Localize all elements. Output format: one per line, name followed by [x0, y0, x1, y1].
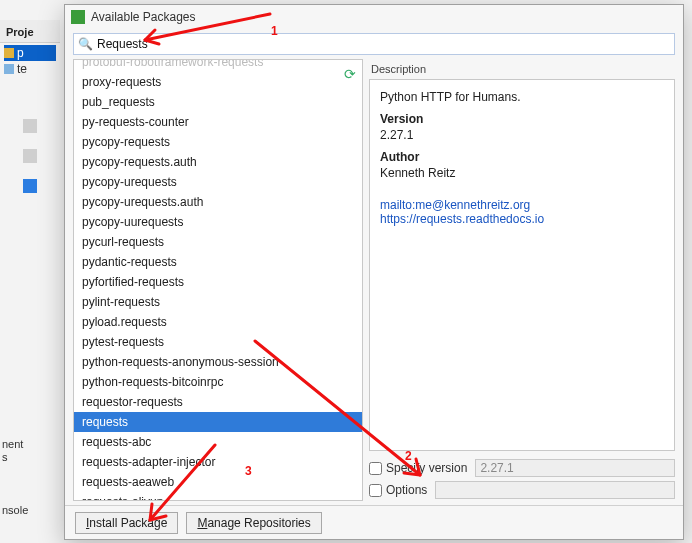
project-tree-item[interactable]: te — [4, 61, 56, 77]
description-panel: Python HTTP for Humans. Version 2.27.1 A… — [369, 79, 675, 451]
package-list-item[interactable]: pycopy-requests — [74, 132, 362, 152]
project-tree-item[interactable]: p — [4, 45, 56, 61]
search-field[interactable]: 🔍 — [73, 33, 675, 55]
install-options: Specify version Options — [369, 457, 675, 501]
package-list-item[interactable]: requests-aeaweb — [74, 472, 362, 492]
package-list-item[interactable]: pycopy-requests.auth — [74, 152, 362, 172]
options-checkbox[interactable]: Options — [369, 483, 427, 497]
settings-stub-text: nent s — [2, 438, 23, 464]
package-list-item[interactable]: pydantic-requests — [74, 252, 362, 272]
package-list-item[interactable]: proxy-requests — [74, 72, 362, 92]
package-list-item[interactable]: pycopy-urequests — [74, 172, 362, 192]
description-header: Description — [369, 59, 675, 79]
package-list-item[interactable]: pycopy-urequests.auth — [74, 192, 362, 212]
project-sidebar: Proje p te nent s nsole — [0, 20, 60, 520]
package-list: ⟳ protobuf-robotframework-requestsproxy-… — [73, 59, 363, 501]
version-label: Version — [380, 112, 664, 126]
author-value: Kenneth Reitz — [380, 166, 664, 180]
package-summary: Python HTTP for Humans. — [380, 90, 664, 104]
tool-icon[interactable] — [23, 119, 37, 133]
package-list-item[interactable]: pyload.requests — [74, 312, 362, 332]
package-list-item[interactable]: pub_requests — [74, 92, 362, 112]
package-list-item[interactable]: pycopy-uurequests — [74, 212, 362, 232]
package-list-item[interactable]: pycurl-requests — [74, 232, 362, 252]
dialog-title: Available Packages — [91, 10, 196, 24]
package-list-item[interactable]: requests-abc — [74, 432, 362, 452]
package-list-item[interactable]: requests — [74, 412, 362, 432]
manage-repositories-button[interactable]: Manage Repositories — [186, 512, 321, 534]
project-panel-title: Proje — [0, 20, 60, 43]
package-list-item[interactable]: pytest-requests — [74, 332, 362, 352]
dialog-titlebar: Available Packages — [65, 5, 683, 29]
reload-icon[interactable]: ⟳ — [344, 66, 356, 82]
options-check[interactable] — [369, 484, 382, 497]
package-list-item[interactable]: pylint-requests — [74, 292, 362, 312]
tool-strip — [0, 119, 60, 193]
author-label: Author — [380, 150, 664, 164]
package-link[interactable]: mailto:me@kennethreitz.org — [380, 198, 664, 212]
package-list-item[interactable]: requests-adapter-injector — [74, 452, 362, 472]
specify-version-input — [475, 459, 675, 477]
tool-icon[interactable] — [23, 179, 37, 193]
search-input[interactable] — [97, 37, 670, 51]
package-list-item[interactable]: requestor-requests — [74, 392, 362, 412]
options-input — [435, 481, 675, 499]
package-list-item[interactable]: python-requests-bitcoinrpc — [74, 372, 362, 392]
app-icon — [71, 10, 85, 24]
package-link[interactable]: https://requests.readthedocs.io — [380, 212, 664, 226]
dialog-footer: Install Package Manage Repositories — [65, 505, 683, 539]
search-icon: 🔍 — [78, 37, 93, 51]
specify-version-check[interactable] — [369, 462, 382, 475]
tool-icon[interactable] — [23, 149, 37, 163]
available-packages-dialog: Available Packages 🔍 ⟳ protobuf-robotfra… — [64, 4, 684, 540]
package-list-item[interactable]: pyfortified-requests — [74, 272, 362, 292]
version-value: 2.27.1 — [380, 128, 664, 142]
package-list-item[interactable]: requests-aliyun — [74, 492, 362, 500]
package-list-item[interactable]: py-requests-counter — [74, 112, 362, 132]
console-tab-stub[interactable]: nsole — [2, 504, 28, 516]
package-list-item[interactable]: protobuf-robotframework-requests — [74, 60, 362, 72]
install-package-button[interactable]: Install Package — [75, 512, 178, 534]
specify-version-checkbox[interactable]: Specify version — [369, 461, 467, 475]
package-list-item[interactable]: python-requests-anonymous-session — [74, 352, 362, 372]
